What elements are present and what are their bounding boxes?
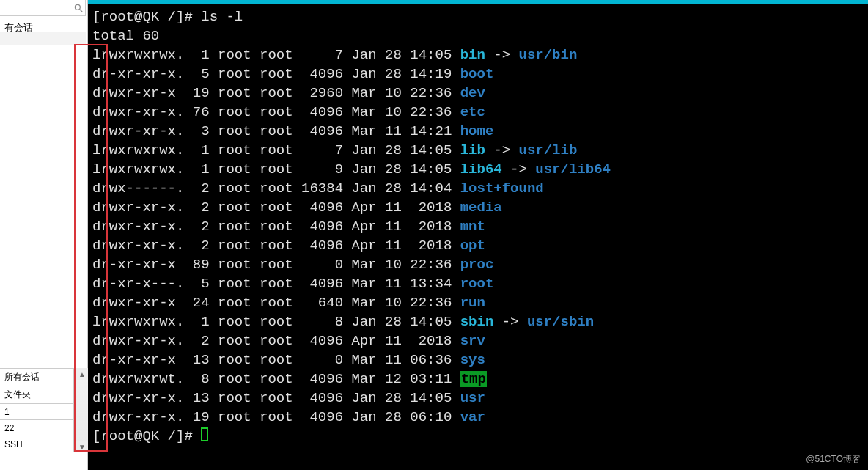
search-icon[interactable] bbox=[72, 1, 85, 15]
sidebar-row[interactable]: 文件夹 bbox=[0, 386, 74, 404]
sidebar-row[interactable]: SSH bbox=[0, 436, 74, 452]
svg-point-0 bbox=[75, 4, 80, 10]
ls-row: lrwxrwxrwx. 1 root root 7 Jan 28 14:05 b… bbox=[92, 47, 577, 63]
ls-row: drwxr-xr-x 19 root root 2960 Mar 10 22:3… bbox=[92, 85, 485, 101]
svg-line-1 bbox=[80, 9, 83, 12]
ls-row: drwxr-xr-x. 2 root root 4096 Apr 11 2018… bbox=[92, 333, 485, 349]
ls-row: drwxr-xr-x. 13 root root 4096 Jan 28 14:… bbox=[92, 390, 485, 406]
ls-row: drwxrwxrwt. 8 root root 4096 Mar 12 03:1… bbox=[92, 371, 487, 387]
sidebar-scrollbar[interactable]: ▲ ▼ bbox=[76, 368, 88, 452]
prompt: [root@QK /]# bbox=[92, 9, 201, 25]
prompt: [root@QK /]# bbox=[92, 428, 201, 444]
ls-row: drwxr-xr-x. 2 root root 4096 Apr 11 2018… bbox=[92, 238, 485, 254]
ls-row: lrwxrwxrwx. 1 root root 7 Jan 28 14:05 l… bbox=[92, 142, 577, 158]
ls-row: drwxr-xr-x. 19 root root 4096 Jan 28 06:… bbox=[92, 409, 485, 425]
ls-row: drwxr-xr-x. 3 root root 4096 Mar 11 14:2… bbox=[92, 123, 493, 139]
blurred-item bbox=[0, 32, 86, 45]
search-box[interactable] bbox=[0, 0, 86, 16]
sidebar-row[interactable]: 1 bbox=[0, 404, 74, 420]
terminal[interactable]: [root@QK /]# ls -l total 60 lrwxrwxrwx. … bbox=[88, 0, 868, 470]
watermark: @51CTO博客 bbox=[806, 453, 861, 466]
cursor bbox=[201, 427, 208, 441]
sidebar-bottom-table: ▲ ▼ 所有会话 文件夹 1 22 SSH bbox=[0, 368, 88, 452]
ls-row: drwxr-xr-x. 2 root root 4096 Apr 11 2018… bbox=[92, 199, 502, 216]
ls-row: lrwxrwxrwx. 1 root root 8 Jan 28 14:05 s… bbox=[92, 314, 594, 330]
scroll-down-icon[interactable]: ▼ bbox=[76, 441, 88, 452]
ls-row: drwxr-xr-x. 2 root root 4096 Apr 11 2018… bbox=[92, 219, 485, 235]
ls-row: dr-xr-xr-x. 5 root root 4096 Jan 28 14:1… bbox=[92, 66, 493, 82]
ls-row: dr-xr-xr-x 89 root root 0 Mar 10 22:36 p… bbox=[92, 257, 493, 273]
sidebar-row[interactable]: 22 bbox=[0, 420, 74, 436]
ls-row: drwxr-xr-x. 76 root root 4096 Mar 10 22:… bbox=[92, 104, 485, 120]
scroll-up-icon[interactable]: ▲ bbox=[76, 368, 88, 380]
ls-row: drwxr-xr-x 24 root root 640 Mar 10 22:36… bbox=[92, 295, 485, 311]
sidebar-table-header[interactable]: 所有会话 bbox=[0, 369, 74, 386]
ls-row: drwx------. 2 root root 16384 Jan 28 14:… bbox=[92, 180, 544, 197]
ls-row: lrwxrwxrwx. 1 root root 9 Jan 28 14:05 l… bbox=[92, 161, 611, 177]
ls-row: dr-xr-xr-x 13 root root 0 Mar 11 06:36 s… bbox=[92, 352, 485, 368]
sidebar: 有会话 ▲ ▼ 所有会话 文件夹 1 22 SSH bbox=[0, 0, 88, 470]
search-input[interactable] bbox=[0, 1, 72, 15]
ls-row: dr-xr-x---. 5 root root 4096 Mar 11 13:3… bbox=[92, 276, 493, 292]
